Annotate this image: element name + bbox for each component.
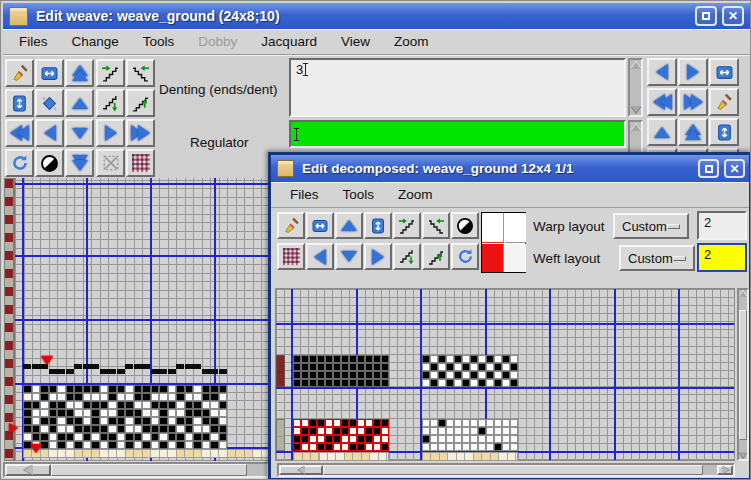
weave-cell[interactable] xyxy=(462,379,470,387)
weave-cell[interactable] xyxy=(381,363,389,371)
weave-cell[interactable] xyxy=(333,419,341,427)
menu-jacquard[interactable]: Jacquard xyxy=(260,30,318,53)
twill-right-button[interactable] xyxy=(96,59,125,87)
weave-cell[interactable] xyxy=(430,363,438,371)
weave-cell[interactable] xyxy=(357,427,365,435)
weave-cell[interactable] xyxy=(333,435,341,443)
weave-cell[interactable] xyxy=(349,363,357,371)
weave-cell[interactable] xyxy=(176,385,185,393)
weave-cell[interactable] xyxy=(317,371,325,379)
swatch-bottom-left[interactable] xyxy=(482,244,504,272)
weave-cell[interactable] xyxy=(193,401,202,409)
weave-cell[interactable] xyxy=(462,371,470,379)
weft-layout-input[interactable]: 2 xyxy=(697,243,747,272)
warp-layout-dropdown[interactable]: Custom xyxy=(613,213,689,239)
weave-cell[interactable] xyxy=(151,393,160,401)
weave-cell[interactable] xyxy=(168,433,177,441)
pick-last-button[interactable] xyxy=(678,88,708,116)
weave-cell[interactable] xyxy=(142,401,151,409)
weave-cell[interactable] xyxy=(57,401,66,409)
weave-cell[interactable] xyxy=(210,393,219,401)
weave-cell[interactable] xyxy=(49,441,58,449)
scroll-left-button[interactable] xyxy=(5,464,51,476)
weave-cell[interactable] xyxy=(151,441,160,449)
decomposed-block-twill[interactable] xyxy=(293,419,389,451)
weave-cell[interactable] xyxy=(134,441,143,449)
fill-pattern-button[interactable] xyxy=(277,243,305,270)
weave-cell[interactable] xyxy=(430,435,438,443)
weave-cell[interactable] xyxy=(486,435,494,443)
weave-cell[interactable] xyxy=(454,427,462,435)
weave-cell[interactable] xyxy=(502,427,510,435)
weave-cell[interactable] xyxy=(486,379,494,387)
weave-cell[interactable] xyxy=(40,385,49,393)
weave-cell[interactable] xyxy=(454,355,462,363)
weave-cell[interactable] xyxy=(341,363,349,371)
weave-cell[interactable] xyxy=(100,393,109,401)
weave-cell[interactable] xyxy=(454,435,462,443)
weave-cell[interactable] xyxy=(357,371,365,379)
child-h-scrollbar[interactable] xyxy=(277,463,735,477)
scroll-thumb[interactable] xyxy=(323,465,703,475)
weave-cell[interactable] xyxy=(462,363,470,371)
layout-color-swatch[interactable] xyxy=(481,212,526,273)
weave-cell[interactable] xyxy=(142,417,151,425)
weave-cell[interactable] xyxy=(49,425,58,433)
weave-cell[interactable] xyxy=(422,427,430,435)
mirror-vertical-button[interactable] xyxy=(5,89,34,117)
weave-cell[interactable] xyxy=(168,409,177,417)
weave-cell[interactable] xyxy=(32,433,41,441)
weave-cell[interactable] xyxy=(49,433,58,441)
weave-cell[interactable] xyxy=(168,425,177,433)
weave-cell[interactable] xyxy=(219,393,228,401)
mirror-vertical-2-button[interactable] xyxy=(709,118,739,146)
clean-2-button[interactable] xyxy=(709,88,739,116)
weave-cell[interactable] xyxy=(134,393,143,401)
weave-cell[interactable] xyxy=(349,419,357,427)
weave-cell[interactable] xyxy=(108,433,117,441)
close-button[interactable]: ✕ xyxy=(724,159,745,178)
weave-cell[interactable] xyxy=(176,433,185,441)
weave-cell[interactable] xyxy=(117,409,126,417)
weave-cell[interactable] xyxy=(422,355,430,363)
weave-cell[interactable] xyxy=(176,425,185,433)
weft-layout-dropdown[interactable]: Custom xyxy=(619,245,695,271)
weave-cell[interactable] xyxy=(40,425,49,433)
weave-cell[interactable] xyxy=(23,425,32,433)
weave-cell[interactable] xyxy=(168,385,177,393)
weave-cell[interactable] xyxy=(159,385,168,393)
weave-cell[interactable] xyxy=(317,363,325,371)
weave-cell[interactable] xyxy=(100,425,109,433)
weave-cell[interactable] xyxy=(83,433,92,441)
weave-cell[interactable] xyxy=(32,393,41,401)
weave-cell[interactable] xyxy=(193,441,202,449)
twill-down-button[interactable] xyxy=(393,243,421,270)
weave-cell[interactable] xyxy=(502,435,510,443)
weave-cell[interactable] xyxy=(117,417,126,425)
decomposed-block-plain-weave[interactable] xyxy=(422,355,518,387)
weave-cell[interactable] xyxy=(159,393,168,401)
weave-cell[interactable] xyxy=(478,363,486,371)
weave-cell[interactable] xyxy=(202,441,211,449)
weave-cell[interactable] xyxy=(108,385,117,393)
weave-cell[interactable] xyxy=(151,385,160,393)
pick-left-button[interactable] xyxy=(647,58,677,86)
weave-cell[interactable] xyxy=(510,371,518,379)
weave-cell[interactable] xyxy=(210,401,219,409)
move-up-button[interactable] xyxy=(65,89,94,117)
weave-cell[interactable] xyxy=(438,427,446,435)
clean-weave-button[interactable] xyxy=(5,59,34,87)
scroll-left-button[interactable] xyxy=(279,465,323,475)
weave-cell[interactable] xyxy=(446,443,454,451)
weave-cell[interactable] xyxy=(40,409,49,417)
weave-cell[interactable] xyxy=(422,379,430,387)
weave-cell[interactable] xyxy=(341,371,349,379)
weave-cell[interactable] xyxy=(176,401,185,409)
weave-cell[interactable] xyxy=(373,443,381,451)
weave-cell[interactable] xyxy=(438,435,446,443)
weave-cell[interactable] xyxy=(349,371,357,379)
weave-cell[interactable] xyxy=(293,371,301,379)
weave-cell[interactable] xyxy=(494,443,502,451)
weave-cell[interactable] xyxy=(325,371,333,379)
weave-cell[interactable] xyxy=(510,355,518,363)
